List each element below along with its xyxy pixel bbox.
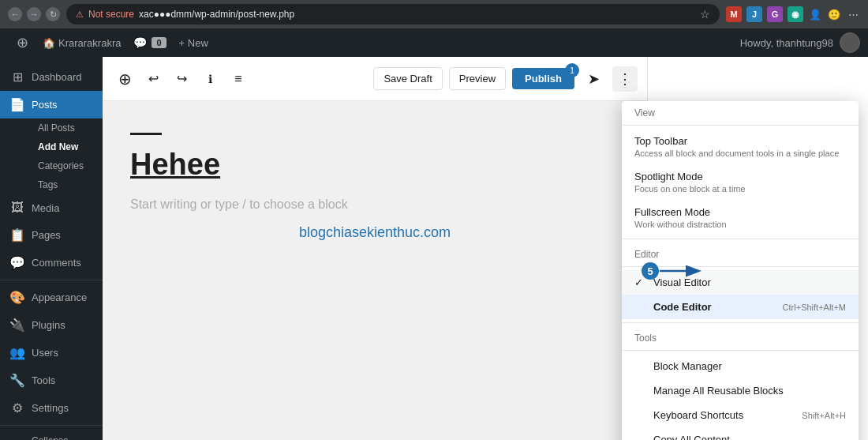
lock-icon: ⚠ <box>76 9 84 20</box>
add-block-button[interactable]: ⊕ <box>112 66 137 92</box>
wp-logo[interactable]: ⊕ <box>8 28 36 57</box>
sidebar-item-categories[interactable]: Categories <box>28 156 103 175</box>
sidebar-item-collapse[interactable]: ◀ Collapse menu <box>0 429 103 440</box>
back-button[interactable]: ← <box>8 7 22 21</box>
sidebar-item-settings[interactable]: ⚙ Settings <box>0 394 103 422</box>
site-name[interactable]: 🏠 Krararakrakra <box>36 37 127 49</box>
redo-button[interactable]: ↪ <box>169 66 194 92</box>
avatar[interactable] <box>840 32 860 53</box>
manage-reusable-title: Manage All Reusable Blocks <box>653 385 846 397</box>
ext-icon-4[interactable]: ◉ <box>788 6 803 22</box>
forward-button[interactable]: → <box>27 7 41 21</box>
save-draft-button[interactable]: Save Draft <box>373 67 442 90</box>
top-toolbar-item[interactable]: Top Toolbar Access all block and documen… <box>622 129 859 164</box>
tools-section-label: Tools <box>622 326 859 347</box>
wp-admin-bar: ⊕ 🏠 Krararakrakra 💬 0 + New Howdy, thanh… <box>0 28 868 57</box>
keyboard-shortcuts-item[interactable]: Keyboard Shortcuts Shift+Alt+H <box>622 403 859 427</box>
block-manager-item[interactable]: Block Manager <box>622 354 859 378</box>
sidebar-item-comments[interactable]: 💬 Comments <box>0 249 103 276</box>
sidebar-item-dashboard[interactable]: ⊞ Dashboard <box>0 63 103 91</box>
sidebar-label-plugins: Plugins <box>32 319 65 331</box>
emoji-button[interactable]: 🙂 <box>827 7 841 21</box>
top-toolbar-title: Top Toolbar <box>634 135 846 147</box>
fullscreen-desc: Work without distraction <box>634 220 846 229</box>
post-content: Hehee Start writing or type / to choose … <box>130 133 619 241</box>
posts-submenu: All Posts Add New Categories Tags <box>0 118 103 194</box>
sidebar-item-all-posts[interactable]: All Posts <box>28 118 103 137</box>
tags-label: Tags <box>38 179 58 190</box>
site-name-text: Krararakrakra <box>58 37 121 49</box>
refresh-button[interactable]: ↻ <box>46 7 60 21</box>
dropdown-divider-2 <box>622 239 859 239</box>
sidebar-item-add-new[interactable]: Add New <box>28 137 103 156</box>
settings-icon: ⚙ <box>9 401 25 416</box>
comment-count: 0 <box>152 37 166 48</box>
code-editor-title: Code Editor <box>653 301 776 313</box>
code-editor-item[interactable]: Code Editor Ctrl+Shift+Alt+M <box>622 295 859 319</box>
manage-reusable-content: Manage All Reusable Blocks <box>653 385 846 397</box>
plugins-icon: 🔌 <box>9 318 25 333</box>
list-view-icon: ≡ <box>234 72 241 86</box>
ext-icon-2[interactable]: J <box>746 6 762 22</box>
sidebar-label-appearance: Appearance <box>32 291 87 303</box>
comment-link[interactable]: 💬 0 <box>127 36 172 49</box>
dropdown-divider-4 <box>622 322 859 323</box>
sidebar-item-media[interactable]: 🖼 Media <box>0 194 103 221</box>
preview-button[interactable]: Preview <box>449 67 506 90</box>
ext-icon-1[interactable]: M <box>726 6 742 22</box>
pages-icon: 📋 <box>9 228 25 243</box>
more-button[interactable]: ⋯ <box>846 7 860 21</box>
sidebar-item-users[interactable]: 👥 Users <box>0 339 103 367</box>
copy-all-content: Copy All Content <box>653 434 846 440</box>
browser-nav-buttons: ← → ↻ <box>8 7 60 21</box>
sidebar-item-tags[interactable]: Tags <box>28 175 103 194</box>
info-button[interactable]: ℹ <box>197 66 223 92</box>
fullscreen-content: Fullscreen Mode Work without distraction <box>634 206 846 229</box>
ext-icon-3[interactable]: G <box>767 6 783 22</box>
post-watermark: blogchiasekienthuc.com <box>130 224 619 241</box>
sidebar-item-posts[interactable]: 📄 Posts <box>0 91 103 118</box>
admin-bar-right: Howdy, thanhtung98 <box>740 32 860 53</box>
publish-badge: 1 <box>565 63 579 77</box>
sidebar-item-plugins[interactable]: 🔌 Plugins <box>0 311 103 339</box>
spotlight-mode-item[interactable]: Spotlight Mode Focus on one block at a t… <box>622 164 859 200</box>
sidebar-divider-2 <box>0 425 103 426</box>
tools-icon: 🔧 <box>9 373 25 388</box>
keyboard-shortcut: Shift+Alt+H <box>802 409 846 420</box>
dropdown-menu: View Top Toolbar Access all block and do… <box>622 101 859 440</box>
new-post-button[interactable]: + New <box>173 37 215 49</box>
list-view-button[interactable]: ≡ <box>226 66 251 92</box>
editor-section-label: Editor <box>622 243 859 263</box>
copy-all-item[interactable]: Copy All Content <box>622 427 859 440</box>
profile-button[interactable]: 👤 <box>808 7 822 21</box>
sidebar-item-tools[interactable]: 🔧 Tools <box>0 367 103 394</box>
editor-toolbar: ⊕ ↩ ↪ ℹ ≡ Save Draft Preview Publish 1 <box>103 57 647 101</box>
sidebar-label-tools: Tools <box>32 374 55 386</box>
post-title[interactable]: Hehee <box>130 148 619 182</box>
more-options-button[interactable]: ⋮ <box>612 66 638 92</box>
add-new-label: Add New <box>38 141 78 152</box>
comments-icon: 💬 <box>9 255 25 270</box>
arrow-button[interactable]: ➤ <box>581 66 606 92</box>
sidebar-item-appearance[interactable]: 🎨 Appearance <box>0 284 103 311</box>
appearance-icon: 🎨 <box>9 290 25 305</box>
star-icon[interactable]: ☆ <box>700 8 710 21</box>
add-block-icon: ⊕ <box>118 70 132 88</box>
editor-area: ⊕ ↩ ↪ ℹ ≡ Save Draft Preview Publish 1 <box>103 57 647 440</box>
sidebar: ⊞ Dashboard 📄 Posts All Posts Add New Ca… <box>0 57 103 440</box>
undo-button[interactable]: ↩ <box>140 66 166 92</box>
publish-wrapper: Publish 1 <box>512 68 574 89</box>
sidebar-item-pages[interactable]: 📋 Pages <box>0 221 103 249</box>
copy-all-title: Copy All Content <box>653 434 846 440</box>
browser-actions: M J G ◉ 👤 🙂 ⋯ <box>726 6 860 22</box>
fullscreen-mode-item[interactable]: Fullscreen Mode Work without distraction <box>622 200 859 235</box>
post-placeholder[interactable]: Start writing or type / to choose a bloc… <box>130 197 619 212</box>
address-bar[interactable]: ⚠ Not secure xac●●●dmm/wp-admin/post-new… <box>66 4 720 24</box>
visual-editor-title: Visual Editor <box>653 276 846 288</box>
visual-editor-item[interactable]: ✓ Visual Editor <box>622 270 859 295</box>
view-section-label: View <box>622 101 859 122</box>
manage-reusable-item[interactable]: Manage All Reusable Blocks <box>622 378 859 403</box>
editor-content[interactable]: Hehee Start writing or type / to choose … <box>103 101 647 440</box>
visual-editor-check: ✓ <box>634 276 647 288</box>
more-options-icon: ⋮ <box>618 70 632 88</box>
